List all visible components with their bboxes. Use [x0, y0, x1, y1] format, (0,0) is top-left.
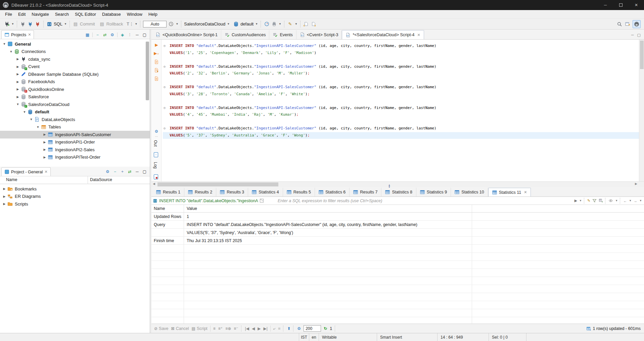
tree-item-dbeaver-sample-database-sqlite-[interactable]: ▶DBeaver Sample Database (SQLite) [0, 70, 150, 78]
collapse-marker-icon[interactable]: ⊖ [164, 125, 166, 132]
execute-new-tab-icon[interactable]: ▶₊ [153, 51, 159, 56]
chevron-down-icon[interactable]: ▼ [35, 125, 41, 129]
settings-gear-icon[interactable]: ⚙ [105, 169, 110, 174]
filter-dropdown-icon[interactable]: ▼ [579, 199, 582, 202]
tree-item-connections[interactable]: ▼Connections [0, 48, 150, 56]
filter-query-region[interactable]: INSERT INTO "default".DataLakeObjects."I… [153, 198, 278, 203]
close-icon[interactable]: ✕ [28, 33, 31, 37]
expand-all-icon[interactable]: ＋ [120, 169, 125, 174]
chevron-down-icon[interactable]: ▼ [8, 50, 14, 53]
print-icon[interactable] [271, 21, 277, 27]
link-with-editor-icon[interactable]: ⇄ [127, 169, 132, 174]
results-tab-statistics-4[interactable]: Statistics 4 [248, 188, 283, 196]
tree-item-datalakeobjects[interactable]: ▼DataLakeObjects [0, 116, 150, 123]
view-menu-icon[interactable]: ⁞ [127, 33, 132, 37]
sql-values-line[interactable]: VALUES('3', '28', 'Toronto', 'Canada', '… [163, 91, 644, 98]
disconnect-icon[interactable] [35, 21, 41, 27]
chevron-right-icon[interactable]: ▶ [15, 95, 21, 99]
back-dropdown-icon[interactable]: ▼ [629, 199, 632, 202]
list-item-bookmarks[interactable]: ▶★Bookmarks [0, 185, 150, 193]
stat-value-cell[interactable]: INSERT INTO "default".DataLakeObjects."I… [184, 221, 472, 228]
collapse-marker-icon[interactable]: ⊖ [164, 84, 166, 91]
list-item-er-diagrams[interactable]: ▶ER Diagrams [0, 193, 150, 201]
table-row[interactable]: VALUES('5', '37', 'Sydney', 'Australia',… [151, 229, 644, 237]
collapse-marker-icon[interactable]: ⊖ [164, 105, 166, 112]
chevron-right-icon[interactable]: ▶ [15, 88, 21, 91]
list-item-scripts[interactable]: ▶Scripts [0, 200, 150, 208]
add-row-icon[interactable]: ≡⁺ [218, 326, 223, 331]
selection-indicator[interactable]: Sel: 0 | 0 [489, 333, 525, 341]
maximize-panel-icon[interactable]: ▢ [142, 33, 147, 37]
edit-row-icon[interactable]: ≡ [213, 326, 216, 331]
cursor-position-indicator[interactable]: 14 : 64 : 949 [437, 333, 489, 341]
chevron-right-icon[interactable]: ▶ [15, 65, 21, 68]
tree-item-salesforce[interactable]: ▶Salesforce [0, 93, 150, 101]
menu-help[interactable]: Help [145, 10, 160, 19]
editor-settings-gear-icon[interactable]: ⚙ [153, 129, 159, 134]
stat-value-cell[interactable]: VALUES('5', '37', 'Sydney', 'Australia',… [184, 229, 472, 236]
first-page-icon[interactable]: |◀ [245, 326, 249, 331]
tab-scroll-arrows-icon[interactable]: ▲▼ [388, 184, 390, 188]
tree-item-cdata-sync[interactable]: ▶cdata_sync [0, 55, 150, 63]
menu-navigate[interactable]: Navigate [29, 10, 52, 19]
minimize-panel-icon[interactable]: ─ [135, 33, 140, 37]
grid-options-icon[interactable] [599, 198, 603, 203]
connection-selector[interactable]: SalesforceDataCloud [184, 21, 225, 26]
tree-item-default[interactable]: ▼default [0, 108, 150, 116]
editor-tab--quickbooksonline-script-1[interactable]: <QuickBooksOnline> Script-1 [152, 30, 221, 39]
search-icon[interactable] [616, 21, 623, 27]
transaction-dropdown-icon[interactable]: ▼ [135, 22, 138, 25]
chevron-right-icon[interactable]: ▶ [42, 140, 48, 144]
tree-item-ingestionapi1-order[interactable]: ▶IngestionAPI1-Order [0, 138, 150, 146]
database-selector[interactable]: default [240, 21, 254, 26]
output-tab-vertical[interactable]: Out [153, 140, 158, 147]
log-tab-vertical[interactable]: Log [153, 162, 158, 169]
export-icon[interactable]: ⬆ [287, 326, 290, 331]
results-tab-results-1[interactable]: Results 1 [152, 188, 184, 196]
column-header-value[interactable]: Value [184, 205, 472, 212]
stat-value-cell[interactable]: 1 [184, 213, 472, 220]
minimize-icon[interactable]: ─ [598, 0, 613, 10]
connect-icon[interactable] [20, 21, 26, 27]
forward-dropdown-icon[interactable]: ▼ [639, 199, 642, 202]
maximize-panel-icon[interactable]: ▢ [142, 169, 147, 174]
minimize-panel-icon[interactable]: ─ [631, 33, 634, 37]
explain-plan-icon[interactable] [153, 76, 159, 81]
chevron-right-icon[interactable]: ▶ [1, 202, 7, 206]
chevron-right-icon[interactable]: ▶ [42, 156, 48, 159]
tree-item-quickbooksonline[interactable]: ▶✕QuickBooksOnline [0, 86, 150, 93]
database-dropdown-icon[interactable]: ▼ [255, 22, 258, 25]
tree-item-ingestionapi2-sales[interactable]: ▶IngestionAPI2-Sales [0, 146, 150, 154]
minimize-panel-icon[interactable]: ─ [135, 169, 140, 174]
filter-input[interactable]: Enter a SQL expression to filter results… [278, 198, 574, 203]
stat-value-cell[interactable]: Thu Jul 31 20:13:15 IST 2025 [184, 237, 472, 244]
tree-item-ingestionapi-salescustomer[interactable]: ▶IngestionAPI-SalesCustomer [0, 131, 150, 138]
maximize-panel-icon[interactable]: ▢ [637, 33, 641, 37]
collapse-all-icon[interactable]: − [95, 33, 100, 37]
column-header-datasource[interactable]: DataSource [90, 177, 112, 182]
table-row[interactable]: QueryINSERT INTO "default".DataLakeObjec… [151, 221, 644, 229]
sql-values-line[interactable]: VALUES('5', '37', 'Sydney', 'Australia',… [163, 132, 644, 139]
chevron-right-icon[interactable]: ▶ [1, 187, 7, 190]
settings-gear-icon[interactable]: ⚙ [110, 33, 115, 37]
prev-page-icon[interactable]: ◀ [252, 326, 255, 331]
gauge-icon[interactable] [264, 21, 270, 27]
projects-scrollbar[interactable] [146, 42, 149, 100]
results-tab-statistics-10[interactable]: Statistics 10 [451, 188, 488, 196]
results-tab-results-2[interactable]: Results 2 [184, 188, 216, 196]
sql-code-area[interactable]: ⊖INSERT INTO "default".DataLakeObjects."… [162, 40, 644, 181]
delete-row-icon[interactable]: ≡⁻ [234, 326, 238, 331]
next-query-icon[interactable] [311, 21, 317, 27]
column-header-name[interactable]: Name [6, 177, 17, 182]
close-icon[interactable]: ✕ [417, 33, 420, 37]
format-dropdown-icon[interactable]: ▼ [295, 22, 297, 25]
tree-item-general[interactable]: ▼General [0, 40, 150, 48]
next-page-icon[interactable]: ▶ [258, 326, 261, 331]
chevron-right-icon[interactable]: ▶ [15, 72, 21, 76]
timezone-indicator[interactable]: IST [299, 333, 309, 341]
close-icon[interactable]: ✕ [44, 170, 47, 174]
results-tab-results-5[interactable]: Results 5 [283, 188, 315, 196]
fetch-row-icon[interactable]: ⤶ [273, 326, 276, 331]
link-with-editor-icon[interactable]: ⇄ [102, 33, 107, 37]
chevron-right-icon[interactable]: ▶ [42, 133, 48, 136]
